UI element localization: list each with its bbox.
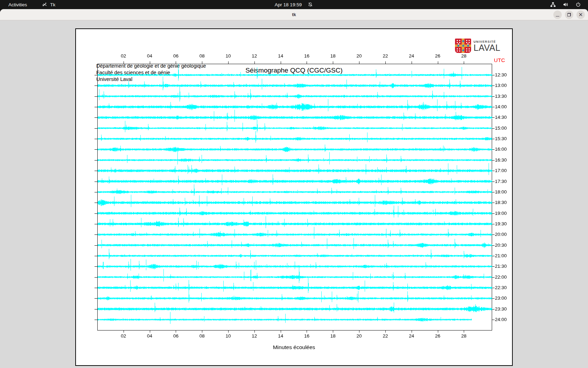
maximize-button[interactable]	[565, 11, 573, 19]
close-icon: ✕	[579, 12, 583, 18]
trace-time-label: 23:30	[495, 306, 507, 312]
clock[interactable]: Apr 18 19:59	[275, 2, 302, 7]
x-tick-label-top: 14	[275, 53, 286, 59]
tk-app-label: Tk	[50, 2, 55, 7]
minimize-icon	[556, 16, 559, 16]
volume-icon[interactable]	[562, 2, 568, 8]
tk-app-icon	[42, 2, 48, 8]
x-tick-label-bottom: 10	[223, 333, 233, 339]
trace-time-label: 13:00	[495, 83, 507, 88]
bell-slash-icon[interactable]	[307, 2, 313, 8]
trace-time-label: 17:30	[495, 179, 507, 184]
x-tick-label-bottom: 16	[301, 333, 312, 339]
x-tick-label-top: 16	[301, 53, 312, 59]
x-tick-label-bottom: 22	[380, 333, 391, 339]
tk-window: tk ✕ Département de géologie et de génie…	[0, 9, 588, 368]
window-content: Département de géologie et de génie géol…	[0, 20, 588, 368]
x-tick-label-bottom: 18	[328, 333, 338, 339]
trace-time-label: 17:00	[495, 168, 507, 173]
trace-time-label: 20:30	[495, 243, 507, 248]
utc-label: UTC	[494, 57, 505, 63]
trace-time-label: 24:00	[495, 317, 507, 322]
trace-time-label: 19:00	[495, 211, 507, 216]
helicorder-plot	[76, 29, 512, 365]
x-tick-label-top: 24	[406, 53, 417, 59]
trace-time-label: 13:30	[495, 94, 507, 99]
x-tick-label-bottom: 06	[170, 333, 181, 339]
x-tick-label-top: 10	[223, 53, 233, 59]
x-tick-label-bottom: 24	[406, 333, 417, 339]
minimize-button[interactable]	[553, 11, 562, 19]
x-tick-label-bottom: 26	[433, 333, 443, 339]
x-tick-label-top: 08	[197, 53, 207, 59]
x-tick-label-bottom: 12	[249, 333, 260, 339]
x-tick-label-bottom: 04	[145, 333, 155, 339]
tk-app-indicator[interactable]: Tk	[42, 2, 55, 8]
gnome-top-bar: Activities Tk Apr 18 19:59	[0, 0, 588, 9]
power-icon[interactable]	[575, 2, 581, 8]
x-tick-label-bottom: 02	[118, 333, 129, 339]
trace-time-label: 18:30	[495, 200, 507, 205]
x-tick-label-top: 28	[458, 53, 469, 59]
x-tick-label-top: 02	[118, 53, 129, 59]
x-axis-label: Minutes écoulées	[76, 344, 512, 350]
trace-time-label: 18:00	[495, 189, 507, 195]
trace-time-label: 22:30	[495, 285, 507, 290]
x-tick-label-top: 12	[249, 53, 260, 59]
activities-button[interactable]: Activities	[6, 1, 29, 8]
x-tick-label-bottom: 20	[354, 333, 364, 339]
titlebar[interactable]: tk ✕	[0, 9, 588, 20]
x-tick-label-bottom: 08	[197, 333, 207, 339]
close-button[interactable]: ✕	[576, 11, 585, 19]
trace-time-label: 21:00	[495, 253, 507, 258]
network-wired-icon[interactable]	[550, 2, 556, 8]
trace-time-label: 22:00	[495, 274, 507, 280]
x-tick-label-top: 20	[354, 53, 364, 59]
trace-time-label: 15:00	[495, 125, 507, 131]
trace-time-label: 14:00	[495, 104, 507, 109]
restore-icon	[567, 13, 571, 16]
trace-time-label: 16:30	[495, 157, 507, 163]
window-title: tk	[292, 12, 296, 17]
x-tick-label-top: 22	[380, 53, 391, 59]
x-tick-label-top: 06	[170, 53, 181, 59]
x-tick-label-bottom: 28	[458, 333, 469, 339]
trace-time-label: 23:00	[495, 295, 507, 301]
seismograph-sheet: Département de géologie et de génie géol…	[75, 28, 513, 366]
trace-time-label: 15:30	[495, 136, 507, 141]
trace-time-label: 20:00	[495, 232, 507, 237]
trace-time-label: 16:00	[495, 146, 507, 152]
trace-time-label: 12:30	[495, 72, 507, 77]
trace-time-label: 21:30	[495, 264, 507, 269]
x-tick-label-bottom: 14	[275, 333, 286, 339]
trace-time-label: 19:30	[495, 221, 507, 226]
x-tick-label-top: 18	[328, 53, 338, 59]
x-tick-label-top: 26	[433, 53, 443, 59]
x-tick-label-top: 04	[145, 53, 155, 59]
trace-time-label: 14:30	[495, 115, 507, 120]
